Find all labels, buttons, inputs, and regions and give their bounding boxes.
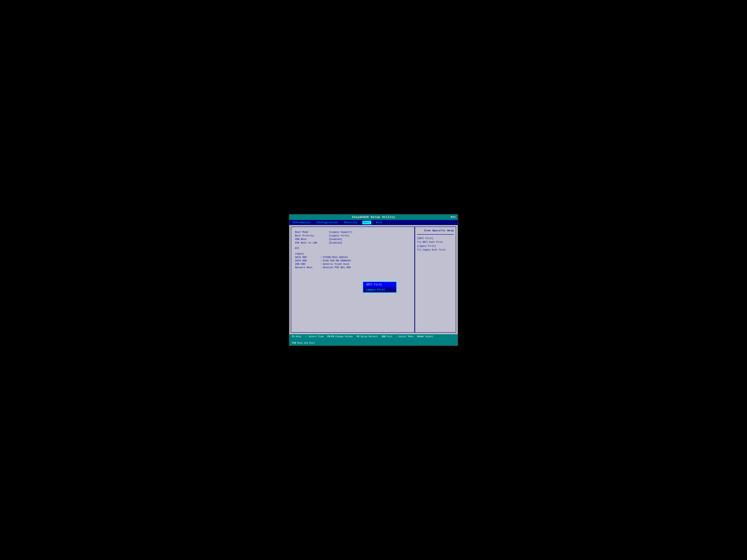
footer-leftright-desc: Select Menu [398, 335, 413, 338]
pxe-boot-row: PXE Boot to LAN [Enabled] [295, 241, 411, 244]
menu-configuration[interactable]: Configuration [315, 221, 339, 224]
footer-esc-desc: Exit [387, 335, 392, 338]
footer-esc: ESC Exit [382, 335, 392, 338]
menu-security[interactable]: Security [343, 221, 358, 224]
usb-hdd-label: USB HDD [295, 263, 319, 266]
menu-boot[interactable]: Boot [362, 221, 371, 224]
sata-odd-label: SATA ODD [295, 259, 319, 262]
footer-updown-arrow: ↑↓ [305, 336, 307, 338]
title-bar: InsydeH2O Setup Utility Rev [289, 215, 458, 220]
pxe-boot-label: PXE Boot to LAN [295, 241, 329, 244]
efi-section-title: EFI [295, 247, 411, 250]
menu-information[interactable]: Information [291, 221, 312, 224]
footer-f9-desc: Setup Default [361, 335, 378, 338]
sata-hdd-value: ST500LT012-1DG142 [323, 256, 348, 259]
bios-title: InsydeH2O Setup Utility [352, 216, 395, 219]
sata-hdd-sep: : [319, 256, 323, 259]
usb-boot-row: USB Boot [Enabled] [295, 238, 411, 241]
footer-f10-key: F10 [292, 342, 296, 344]
usb-hdd-sep: : [319, 263, 323, 266]
sata-hdd-row: SATA HDD : ST500LT012-1DG142 [295, 256, 411, 259]
footer-f5f6: F5/F6 Change Values [327, 335, 353, 338]
bios-screen: InsydeH2O Setup Utility Rev Information … [289, 214, 458, 346]
footer-f10-desc: Save and Exit [297, 342, 315, 344]
footer-f10: F10 Save and Exit [292, 342, 315, 344]
footer-enter-key: Enter [417, 335, 424, 338]
footer-f5f6-key: F5/F6 [327, 335, 334, 338]
usb-hdd-value: Generic Flash Disk [323, 263, 349, 266]
help-line-3: Try legacy boot first. [417, 248, 454, 252]
footer-f9: F9 Setup Default [357, 335, 378, 338]
left-panel: Boot Mode [Legacy Support] Boot Priority… [291, 226, 415, 333]
footer-enter: Enter Select [417, 335, 433, 338]
help-separator [417, 234, 454, 235]
legacy-section-title: Legacy [295, 252, 411, 255]
boot-priority-row: Boot Priority [Legacy First] [295, 234, 411, 237]
sata-odd-sep: : [319, 259, 323, 262]
usb-hdd-row: USB HDD : Generic Flash Disk [295, 263, 411, 266]
footer-updown-desc: Select Item [309, 335, 324, 338]
sata-odd-row: SATA ODD : PLDS DVD-RW DA8A5SH [295, 259, 411, 262]
main-content: Boot Mode [Legacy Support] Boot Priority… [289, 225, 458, 334]
boot-priority-value[interactable]: [Legacy First] [329, 234, 350, 237]
boot-priority-label: Boot Priority [295, 234, 329, 237]
help-line-1: Try UEFI boot first. [417, 240, 454, 244]
boot-mode-value[interactable]: [Legacy Support] [329, 231, 353, 234]
footer-esc-key: ESC [382, 335, 386, 338]
network-boot-row: Network Boot : Realtek PXE B01 D00 [295, 266, 411, 269]
help-line-2: [Legacy First] [417, 244, 454, 248]
boot-priority-dropdown[interactable]: UEFI First Legacy First [363, 282, 397, 293]
network-boot-value: Realtek PXE B01 D00 [323, 266, 351, 269]
footer-updown: ↑↓ Select Item [305, 335, 324, 338]
footer-f1: F1 Help [292, 335, 301, 338]
revision-label: Rev [451, 216, 456, 218]
footer-bar: F1 Help ↑↓ Select Item F5/F6 Change Valu… [289, 334, 458, 345]
help-title: Item Specific Help [417, 229, 454, 232]
sata-hdd-label: SATA HDD [295, 256, 319, 259]
footer-leftright: ↔ Select Menu [396, 335, 414, 338]
dropdown-uefi-first[interactable]: UEFI First [363, 282, 396, 287]
menu-bar: Information Configuration Security Boot … [289, 220, 458, 225]
usb-boot-label: USB Boot [295, 238, 329, 241]
help-text: [UEFI First] Try UEFI boot first. [Legac… [417, 237, 454, 252]
network-boot-sep: : [319, 266, 323, 269]
footer-f9-key: F9 [357, 335, 359, 338]
footer-f1-desc: Help [296, 335, 301, 338]
footer-enter-desc: Select [425, 335, 433, 338]
right-panel: Item Specific Help [UEFI First] Try UEFI… [415, 226, 456, 333]
boot-mode-row: Boot Mode [Legacy Support] [295, 231, 411, 234]
dropdown-legacy-first[interactable]: Legacy First [363, 287, 396, 292]
pxe-boot-value[interactable]: [Enabled] [329, 241, 342, 244]
boot-mode-label: Boot Mode [295, 231, 329, 234]
usb-boot-value[interactable]: [Enabled] [329, 238, 342, 241]
menu-exit[interactable]: Exit [375, 221, 384, 224]
network-boot-label: Network Boot [295, 266, 319, 269]
sata-odd-value: PLDS DVD-RW DA8A5SH [323, 259, 351, 262]
footer-f1-key: F1 [292, 335, 294, 338]
footer-leftright-arrow: ↔ [396, 336, 397, 338]
help-line-0: [UEFI First] [417, 237, 454, 240]
footer-f5f6-desc: Change Values [335, 335, 353, 338]
